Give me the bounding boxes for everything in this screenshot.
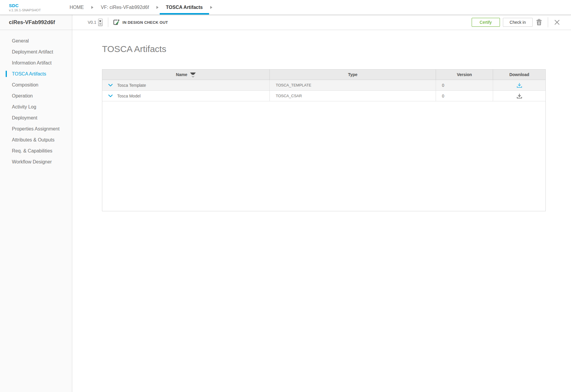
toolbar-divider xyxy=(108,18,108,27)
sidebar-item-req-capabilities[interactable]: Req. & Capabilities xyxy=(0,145,72,156)
check-in-button[interactable]: Check in xyxy=(503,18,533,27)
table-row[interactable]: Tosca Model TOSCA_CSAR 0 xyxy=(102,91,545,101)
active-tab-indicator xyxy=(160,13,209,15)
lifecycle-status: IN DESIGN CHECK OUT xyxy=(112,19,168,26)
breadcrumb-home[interactable]: HOME xyxy=(63,0,90,15)
stepper-chevron-icon xyxy=(99,22,101,24)
breadcrumb-vf-label: VF: ciRes-VFab992d6f xyxy=(101,5,149,10)
certify-button[interactable]: Certify xyxy=(472,18,500,27)
expand-chevron-icon[interactable] xyxy=(108,95,113,97)
sidebar-item-label: Operation xyxy=(12,93,33,99)
artifacts-table: Name Type Version Download xyxy=(102,69,546,211)
sidebar-item-attributes-outputs[interactable]: Attributes & Outputs xyxy=(0,134,72,145)
breadcrumb: HOME VF: ciRes-VFab992d6f TOSCA Artifact… xyxy=(63,0,214,15)
page-title: TOSCA Artifacts xyxy=(102,43,571,55)
sort-icon xyxy=(190,73,196,77)
column-header-version[interactable]: Version xyxy=(436,70,493,80)
column-header-label: Type xyxy=(348,72,357,77)
top-nav-bar: SDC v.1.16.1-SNAPSHOT HOME VF: ciRes-VFa… xyxy=(0,0,571,15)
cell-type: TOSCA_CSAR xyxy=(270,91,436,101)
checkout-pencil-icon xyxy=(112,19,120,26)
cell-download xyxy=(493,91,545,101)
download-icon xyxy=(517,83,522,88)
sidebar-item-deployment-artifact[interactable]: Deployment Artifact xyxy=(0,46,72,57)
expand-chevron-icon[interactable] xyxy=(108,84,113,87)
cell-version: 0 xyxy=(436,91,493,101)
version-stepper[interactable] xyxy=(98,19,103,26)
sidebar-item-label: Activity Log xyxy=(12,104,36,110)
lifecycle-status-label: IN DESIGN CHECK OUT xyxy=(123,20,168,25)
sidebar-item-label: Req. & Capabilities xyxy=(12,148,52,154)
sidebar-item-tosca-artifacts[interactable]: TOSCA Artifacts xyxy=(0,68,72,79)
version-label: V0.1 xyxy=(88,20,96,25)
sidebar-item-information-artifact[interactable]: Information Artifact xyxy=(0,57,72,68)
sidebar-menu: General Deployment Artifact Information … xyxy=(0,30,72,392)
breadcrumb-arrow-icon xyxy=(210,6,212,9)
delete-button[interactable] xyxy=(533,19,545,26)
column-header-label: Download xyxy=(509,72,529,77)
sidebar-item-general[interactable]: General xyxy=(0,35,72,46)
sdc-version-text: v.1.16.1-SNAPSHOT xyxy=(9,8,55,12)
sub-header: ciRes-VFab992d6f V0.1 IN DESIGN CHECK OU… xyxy=(0,15,571,30)
sidebar-item-label: Workflow Designer xyxy=(12,159,52,165)
cell-version: 0 xyxy=(436,80,493,90)
download-button[interactable] xyxy=(517,93,522,99)
close-icon xyxy=(554,19,560,25)
sidebar-item-activity-log[interactable]: Activity Log xyxy=(0,101,72,112)
sdc-app: SDC v.1.16.1-SNAPSHOT HOME VF: ciRes-VFa… xyxy=(0,0,571,392)
breadcrumb-vf[interactable]: VF: ciRes-VFab992d6f xyxy=(95,0,155,15)
sdc-logo[interactable]: SDC v.1.16.1-SNAPSHOT xyxy=(0,0,55,15)
body: General Deployment Artifact Information … xyxy=(0,30,571,392)
main-content: TOSCA Artifacts Name Type Version xyxy=(72,30,571,392)
active-item-indicator xyxy=(6,71,7,77)
trash-icon xyxy=(536,19,542,26)
stepper-arrow-icon xyxy=(99,21,101,22)
table-row[interactable]: Tosca Template TOSCA_TEMPLATE 0 xyxy=(102,80,545,91)
download-icon xyxy=(517,93,522,99)
breadcrumb-home-label: HOME xyxy=(70,5,84,10)
table-empty-area xyxy=(102,101,545,211)
sidebar-item-deployment[interactable]: Deployment xyxy=(0,112,72,123)
sdc-logo-text: SDC xyxy=(9,3,55,8)
component-title-box: ciRes-VFab992d6f xyxy=(0,15,72,30)
sidebar-item-composition[interactable]: Composition xyxy=(0,79,72,90)
artifact-name: Tosca Template xyxy=(117,83,146,88)
sidebar-item-label: Composition xyxy=(12,82,38,88)
sidebar-item-label: General xyxy=(12,38,29,44)
sidebar-item-label: Properties Assignment xyxy=(12,126,59,132)
sidebar-item-label: Attributes & Outputs xyxy=(12,137,54,143)
cell-download xyxy=(493,80,545,90)
cell-name: Tosca Model xyxy=(102,91,270,101)
sidebar-item-label: Deployment Artifact xyxy=(12,49,53,55)
sidebar-item-label: Deployment xyxy=(12,115,37,121)
component-title: ciRes-VFab992d6f xyxy=(9,19,55,26)
artifact-name: Tosca Model xyxy=(117,94,141,98)
sidebar-item-operation[interactable]: Operation xyxy=(0,90,72,101)
sidebar-item-workflow-designer[interactable]: Workflow Designer xyxy=(0,156,72,167)
download-button[interactable] xyxy=(517,83,522,88)
toolbar-divider xyxy=(548,17,548,27)
breadcrumb-arrow-icon xyxy=(156,6,159,9)
column-header-type[interactable]: Type xyxy=(270,70,436,80)
column-header-label: Version xyxy=(457,72,472,77)
sidebar-item-label: TOSCA Artifacts xyxy=(12,71,46,77)
breadcrumb-tosca-label: TOSCA Artifacts xyxy=(166,5,203,10)
sidebar-item-properties-assignment[interactable]: Properties Assignment xyxy=(0,123,72,134)
close-button[interactable] xyxy=(550,19,564,25)
table-header-row: Name Type Version Download xyxy=(102,70,545,80)
breadcrumb-tosca-artifacts[interactable]: TOSCA Artifacts xyxy=(160,0,209,15)
cell-type: TOSCA_TEMPLATE xyxy=(270,80,436,90)
toolbar: V0.1 IN DESIGN CHECK OUT Certify Check i… xyxy=(72,15,571,30)
sidebar-item-label: Information Artifact xyxy=(12,60,51,66)
breadcrumb-arrow-icon xyxy=(91,6,93,9)
column-header-name[interactable]: Name xyxy=(102,70,270,80)
column-header-download[interactable]: Download xyxy=(493,70,545,80)
cell-name: Tosca Template xyxy=(102,80,270,90)
toolbar-actions: Certify Check in xyxy=(472,17,564,27)
column-header-label: Name xyxy=(176,72,187,77)
